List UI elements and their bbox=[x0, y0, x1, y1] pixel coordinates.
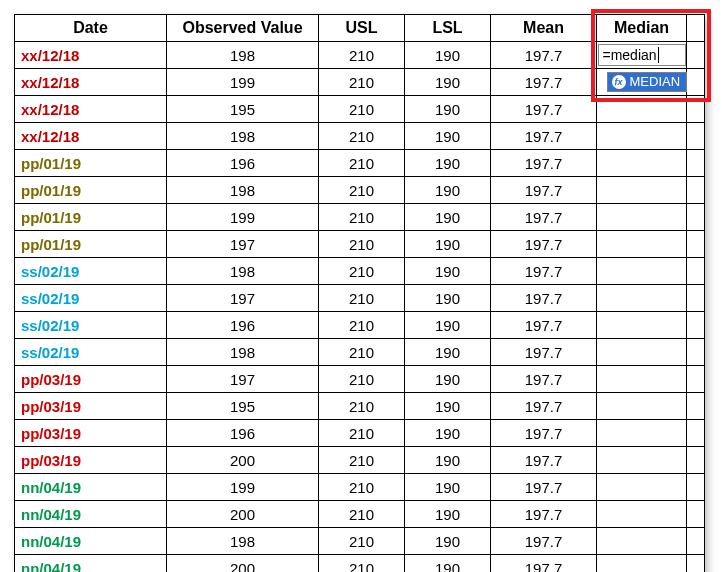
cell-mean[interactable]: 197.7 bbox=[491, 366, 597, 393]
cell-median[interactable] bbox=[597, 96, 687, 123]
cell-lsl[interactable]: 190 bbox=[405, 474, 491, 501]
cell-median[interactable] bbox=[597, 312, 687, 339]
cell-lsl[interactable]: 190 bbox=[405, 204, 491, 231]
cell-lsl[interactable]: 190 bbox=[405, 177, 491, 204]
cell-date[interactable]: pp/01/19 bbox=[15, 150, 167, 177]
cell-lsl[interactable]: 190 bbox=[405, 366, 491, 393]
cell-observed[interactable]: 198 bbox=[167, 123, 319, 150]
cell-extra[interactable] bbox=[687, 258, 705, 285]
formula-input[interactable]: =median bbox=[598, 44, 686, 66]
cell-observed[interactable]: 195 bbox=[167, 393, 319, 420]
cell-date[interactable]: pp/01/19 bbox=[15, 204, 167, 231]
cell-lsl[interactable]: 190 bbox=[405, 96, 491, 123]
cell-date[interactable]: ss/02/19 bbox=[15, 339, 167, 366]
cell-extra[interactable] bbox=[687, 420, 705, 447]
cell-mean[interactable]: 197.7 bbox=[491, 258, 597, 285]
cell-observed[interactable]: 198 bbox=[167, 177, 319, 204]
cell-observed[interactable]: 200 bbox=[167, 447, 319, 474]
cell-median[interactable] bbox=[597, 366, 687, 393]
cell-date[interactable]: ss/02/19 bbox=[15, 312, 167, 339]
cell-mean[interactable]: 197.7 bbox=[491, 393, 597, 420]
cell-usl[interactable]: 210 bbox=[319, 123, 405, 150]
cell-mean[interactable]: 197.7 bbox=[491, 312, 597, 339]
cell-extra[interactable] bbox=[687, 177, 705, 204]
cell-lsl[interactable]: 190 bbox=[405, 420, 491, 447]
cell-observed[interactable]: 196 bbox=[167, 150, 319, 177]
cell-mean[interactable]: 197.7 bbox=[491, 285, 597, 312]
cell-median[interactable] bbox=[597, 150, 687, 177]
cell-date[interactable]: ss/02/19 bbox=[15, 258, 167, 285]
cell-date[interactable]: xx/12/18 bbox=[15, 42, 167, 69]
cell-extra[interactable] bbox=[687, 123, 705, 150]
header-usl[interactable]: USL bbox=[319, 15, 405, 42]
cell-mean[interactable]: 197.7 bbox=[491, 204, 597, 231]
cell-median[interactable] bbox=[597, 123, 687, 150]
cell-median[interactable] bbox=[597, 555, 687, 573]
cell-extra[interactable] bbox=[687, 339, 705, 366]
cell-extra[interactable] bbox=[687, 312, 705, 339]
cell-lsl[interactable]: 190 bbox=[405, 447, 491, 474]
cell-mean[interactable]: 197.7 bbox=[491, 528, 597, 555]
cell-usl[interactable]: 210 bbox=[319, 177, 405, 204]
cell-mean[interactable]: 197.7 bbox=[491, 42, 597, 69]
cell-observed[interactable]: 196 bbox=[167, 312, 319, 339]
cell-lsl[interactable]: 190 bbox=[405, 69, 491, 96]
cell-observed[interactable]: 198 bbox=[167, 339, 319, 366]
cell-median[interactable] bbox=[597, 528, 687, 555]
cell-mean[interactable]: 197.7 bbox=[491, 447, 597, 474]
cell-median[interactable] bbox=[597, 447, 687, 474]
cell-mean[interactable]: 197.7 bbox=[491, 420, 597, 447]
cell-observed[interactable]: 199 bbox=[167, 474, 319, 501]
cell-extra[interactable] bbox=[687, 474, 705, 501]
cell-extra[interactable] bbox=[687, 528, 705, 555]
cell-mean[interactable]: 197.7 bbox=[491, 555, 597, 573]
cell-observed[interactable]: 199 bbox=[167, 69, 319, 96]
cell-extra[interactable] bbox=[687, 150, 705, 177]
cell-mean[interactable]: 197.7 bbox=[491, 69, 597, 96]
cell-lsl[interactable]: 190 bbox=[405, 285, 491, 312]
header-mean[interactable]: Mean bbox=[491, 15, 597, 42]
cell-lsl[interactable]: 190 bbox=[405, 393, 491, 420]
cell-lsl[interactable]: 190 bbox=[405, 258, 491, 285]
cell-usl[interactable]: 210 bbox=[319, 312, 405, 339]
header-lsl[interactable]: LSL bbox=[405, 15, 491, 42]
cell-extra[interactable] bbox=[687, 501, 705, 528]
cell-usl[interactable]: 210 bbox=[319, 420, 405, 447]
cell-date[interactable]: pp/03/19 bbox=[15, 420, 167, 447]
cell-usl[interactable]: 210 bbox=[319, 42, 405, 69]
cell-usl[interactable]: 210 bbox=[319, 366, 405, 393]
cell-observed[interactable]: 200 bbox=[167, 555, 319, 573]
cell-date[interactable]: xx/12/18 bbox=[15, 123, 167, 150]
cell-median[interactable] bbox=[597, 177, 687, 204]
cell-median[interactable] bbox=[597, 501, 687, 528]
cell-extra[interactable] bbox=[687, 447, 705, 474]
cell-observed[interactable]: 197 bbox=[167, 231, 319, 258]
cell-usl[interactable]: 210 bbox=[319, 204, 405, 231]
cell-median[interactable] bbox=[597, 393, 687, 420]
cell-usl[interactable]: 210 bbox=[319, 339, 405, 366]
cell-extra[interactable] bbox=[687, 42, 705, 69]
cell-usl[interactable]: 210 bbox=[319, 285, 405, 312]
autocomplete-item-median[interactable]: fx MEDIAN bbox=[608, 73, 687, 91]
cell-usl[interactable]: 210 bbox=[319, 447, 405, 474]
cell-median[interactable] bbox=[597, 231, 687, 258]
cell-date[interactable]: pp/03/19 bbox=[15, 447, 167, 474]
cell-date[interactable]: nn/04/19 bbox=[15, 528, 167, 555]
cell-lsl[interactable]: 190 bbox=[405, 231, 491, 258]
cell-observed[interactable]: 198 bbox=[167, 258, 319, 285]
cell-date[interactable]: xx/12/18 bbox=[15, 69, 167, 96]
cell-date[interactable]: xx/12/18 bbox=[15, 96, 167, 123]
cell-lsl[interactable]: 190 bbox=[405, 501, 491, 528]
cell-lsl[interactable]: 190 bbox=[405, 42, 491, 69]
cell-extra[interactable] bbox=[687, 204, 705, 231]
cell-date[interactable]: pp/03/19 bbox=[15, 393, 167, 420]
cell-mean[interactable]: 197.7 bbox=[491, 123, 597, 150]
header-date[interactable]: Date bbox=[15, 15, 167, 42]
cell-usl[interactable]: 210 bbox=[319, 96, 405, 123]
cell-usl[interactable]: 210 bbox=[319, 528, 405, 555]
cell-date[interactable]: pp/01/19 bbox=[15, 231, 167, 258]
cell-mean[interactable]: 197.7 bbox=[491, 474, 597, 501]
cell-mean[interactable]: 197.7 bbox=[491, 339, 597, 366]
cell-observed[interactable]: 197 bbox=[167, 366, 319, 393]
cell-usl[interactable]: 210 bbox=[319, 150, 405, 177]
